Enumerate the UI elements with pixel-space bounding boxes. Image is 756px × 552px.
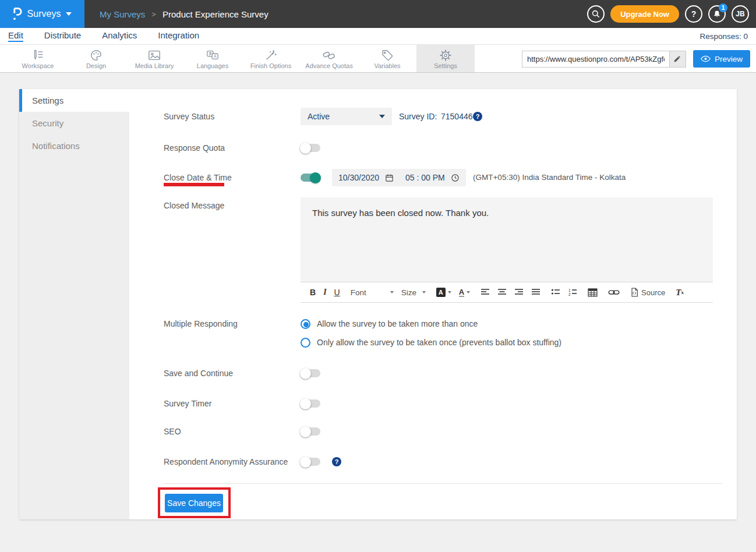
align-justify-icon [531,288,540,296]
respondent-anonymity-label: Respondent Anonymity Assurance [164,457,288,466]
close-date-time-label: Close Date & Time [164,173,232,182]
seo-toggle[interactable] [301,427,320,436]
seo-label: SEO [164,427,181,436]
svg-text:2: 2 [568,292,571,296]
closed-message-textarea[interactable]: This survey has been closed now. Thank y… [301,197,713,282]
workspace-icon [31,48,44,62]
advance-quotas-icon [322,48,336,62]
underline-button[interactable]: U [334,288,340,297]
align-left-icon [481,288,490,296]
survey-url-input[interactable] [522,51,669,67]
toolbar-item-finish-options[interactable]: Finish Options [242,45,300,72]
survey-id-value: 7150446 [441,112,473,121]
insert-table-button[interactable] [588,288,598,297]
preview-button[interactable]: Preview [693,50,750,68]
edit-url-button[interactable] [669,51,686,67]
tab-edit[interactable]: Edit [8,30,23,42]
toolbar-item-languages[interactable]: A Languages [183,45,242,72]
response-quota-toggle[interactable] [301,144,320,152]
topbar: Surveys My Surveys > Product Experience … [0,0,756,28]
notifications-button[interactable]: 1 [708,5,726,23]
breadcrumb-my-surveys[interactable]: My Surveys [100,9,145,19]
survey-timer-toggle[interactable] [301,399,320,408]
font-dropdown[interactable]: Font [351,288,394,297]
closed-message-editor: This survey has been closed now. Thank y… [301,197,713,303]
close-date-time-toggle[interactable] [301,174,320,182]
timezone-text: (GMT+05:30) India Standard Time - Kolkat… [473,173,626,182]
numbered-list-icon: 12 [568,288,577,296]
radio-allow-multiple[interactable]: Allow the survey to be taken more than o… [301,319,478,329]
bulleted-list-button[interactable] [551,288,560,296]
size-dropdown[interactable]: Size [401,288,426,297]
toolbar-item-workspace[interactable]: Workspace [9,45,67,72]
italic-button[interactable]: I [323,288,326,297]
remove-format-button[interactable]: Tx [676,288,684,298]
sidebar-item-security[interactable]: Security [19,112,129,135]
text-color-icon: A [459,288,464,297]
toolbar-item-settings[interactable]: Settings [416,45,475,72]
align-right-button[interactable] [514,288,524,296]
footer-divider [164,483,722,484]
close-date-input[interactable]: 10/30/2020 [332,169,400,186]
insert-link-button[interactable] [608,289,620,296]
question-mark-icon: ? [691,9,697,19]
save-and-continue-toggle[interactable] [301,369,320,377]
toolbar-right: Preview [522,50,750,68]
search-button[interactable] [587,5,605,23]
help-button[interactable]: ? [685,5,702,23]
background-color-button[interactable]: A [436,288,451,297]
chevron-down-icon [467,291,470,293]
tab-distribute[interactable]: Distribute [44,30,81,42]
bulleted-list-icon [551,288,560,296]
respondent-anonymity-toggle[interactable] [301,458,320,466]
toolbar-item-media-library[interactable]: Media Library [125,45,183,72]
text-color-button[interactable]: A [459,288,470,297]
toolbar-item-advance-quotas[interactable]: Advance Quotas [300,45,358,72]
tab-analytics[interactable]: Analytics [102,30,137,42]
topbar-actions: Upgrade Now ? 1 JB [587,5,749,23]
design-icon [90,48,103,62]
align-left-button[interactable] [481,288,490,296]
user-avatar[interactable]: JB [732,5,749,23]
breadcrumb-separator: > [151,10,156,19]
chevron-down-icon [448,291,451,293]
variables-icon [381,48,394,62]
survey-url-box [522,51,686,68]
chevron-down-icon [422,291,426,293]
bold-button[interactable]: B [310,288,316,297]
numbered-list-button[interactable]: 12 [568,288,577,296]
product-switcher[interactable]: Surveys [0,0,84,28]
align-center-button[interactable] [497,288,507,296]
radio-unselected-icon [301,338,310,348]
toolbar-item-variables[interactable]: Variables [358,45,416,72]
breadcrumb: My Surveys > Product Experience Survey [100,9,269,19]
table-icon [588,288,598,297]
closed-message-label: Closed Message [164,201,224,210]
annotation-red-underline [164,183,224,186]
survey-id-help-icon[interactable]: ? [473,112,482,121]
sidebar-item-notifications[interactable]: Notifications [19,135,129,157]
calendar-icon [385,174,394,182]
source-button[interactable]: Source [630,288,665,297]
survey-id-label: Survey ID: [399,112,437,121]
finish-options-icon [264,48,277,62]
pencil-icon [673,55,681,63]
survey-status-label: Survey Status [164,112,214,121]
close-time-input[interactable]: 05 : 00 PM [399,169,466,186]
respondent-anonymity-help-icon[interactable]: ? [332,457,341,466]
save-and-continue-label: Save and Continue [164,369,233,378]
breadcrumb-current-survey: Product Experience Survey [162,9,269,19]
toolbar-item-design[interactable]: Design [67,45,125,72]
clock-icon [451,174,460,182]
chevron-down-icon [379,115,385,118]
settings-sidebar: Settings Security Notifications [19,89,129,519]
tab-integration[interactable]: Integration [158,30,199,42]
survey-nav: Edit Distribute Analytics Integration Re… [0,28,756,45]
radio-only-once[interactable]: Only allow the survey to be taken once (… [301,337,561,348]
save-changes-button[interactable]: Save Changes [165,494,223,512]
product-label: Surveys [27,9,61,19]
align-justify-button[interactable] [531,288,540,296]
sidebar-item-settings[interactable]: Settings [19,89,129,112]
upgrade-now-button[interactable]: Upgrade Now [610,5,679,23]
survey-status-dropdown[interactable]: Active [301,108,392,125]
